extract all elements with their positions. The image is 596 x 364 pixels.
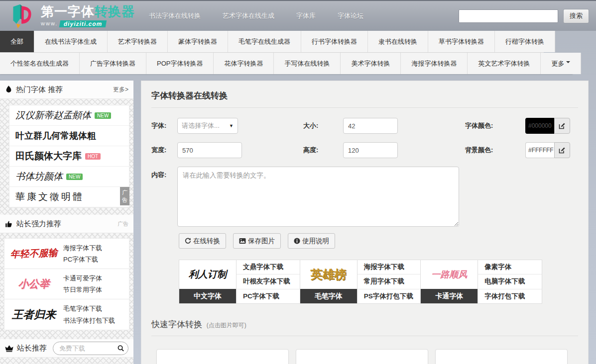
help-button[interactable]: 使用说明 [288, 233, 335, 249]
hot-font-item[interactable]: 汉仪新蒂赵孟頫体 NEW [9, 105, 129, 126]
hot-font-item[interactable]: 书体坊颜体 NEW [9, 167, 129, 187]
link-common-font-download[interactable]: 常用字体下载 [358, 274, 421, 289]
strong-recommend-title: 站长强力推荐 [16, 219, 61, 229]
logo-icon [9, 3, 36, 28]
deco-image-yilushunfeng[interactable]: 一路顺风 [421, 260, 477, 289]
info-icon [294, 238, 300, 244]
bg-color-edit-button[interactable] [554, 142, 570, 158]
category-tabs-row2: 个性签名在线生成器 广告字体转换器 POP字体转换器 花体字转换器 手写体在线转… [0, 53, 573, 74]
page-title: 字体转换器在线转换 [151, 90, 578, 108]
download-group-chinese: 利人订制 中文字体 文鼎字体下载 叶根友字体下载 PC字体下载 [179, 260, 300, 303]
link-pc-font-download[interactable]: PC字体下载 [237, 289, 300, 303]
group-label-chinese-font[interactable]: 中文字体 [179, 289, 236, 303]
link-poster-font-download[interactable]: 海报字体下载 [358, 260, 421, 274]
content-textarea[interactable] [177, 167, 459, 227]
top-nav: 书法字体在线转换 艺术字体在线生成 字体库 字体论坛 [149, 11, 363, 20]
font-color-edit-button[interactable] [554, 118, 570, 134]
bg-color-value[interactable]: #FFFFFF [525, 142, 554, 158]
search-button[interactable]: 搜索 [563, 9, 589, 23]
link-wending-download[interactable]: 文鼎字体下载 [237, 260, 300, 274]
magnifier-icon[interactable] [118, 345, 124, 352]
font-color-value[interactable]: #000000 [525, 118, 554, 134]
link-computer-font-download[interactable]: 电脑字体下载 [478, 274, 542, 289]
tab-xingshu-converter[interactable]: 行书字体转换器 [301, 31, 368, 52]
hot-fonts-more-link[interactable]: 更多> [113, 86, 128, 94]
width-input[interactable] [177, 142, 242, 158]
hot-fonts-header: 热门字体 推荐 更多> [0, 81, 133, 99]
nav-font-forum[interactable]: 字体论坛 [338, 11, 363, 20]
category-tabs-row1: 全部 在线书法字体生成 艺术字转换器 篆体字转换器 毛笔字在线生成器 行书字体转… [0, 31, 544, 53]
group-label-brush-font[interactable]: 毛笔字体 [300, 289, 357, 303]
recommend-row: 小公举 卡通可爱字体 节日常用字体 [4, 269, 129, 299]
width-label: 宽度: [151, 146, 177, 155]
tab-more-dropdown[interactable]: 更多 [541, 53, 581, 74]
link-calligraphy-pack-download[interactable]: 书法字体打包下载 [63, 315, 115, 326]
link-poster-font-download[interactable]: 海报字体下载 [63, 242, 102, 254]
tab-handwriting-convert[interactable]: 手写体在线转换 [274, 53, 341, 74]
tab-xingkai-convert[interactable]: 行楷字体转换 [495, 31, 555, 52]
download-group-cartoon: 一路顺风 卡通字体 像素字体 电脑字体下载 字体打包下载 [421, 260, 542, 303]
hot-font-item[interactable]: 華康文徵明體 [9, 187, 129, 207]
deco-image-lirendingzhi[interactable]: 利人订制 [179, 260, 236, 289]
link-yegenyou-download[interactable]: 叶根友字体下载 [237, 274, 300, 289]
webmaster-recommend-title: 站长推荐 [17, 344, 47, 353]
tab-english-art-convert[interactable]: 英文艺术字体转换 [468, 53, 541, 74]
refresh-icon [185, 238, 191, 244]
height-input[interactable] [343, 142, 398, 158]
height-label: 高度: [303, 146, 343, 155]
link-brush-font-download[interactable]: 毛笔字体下载 [63, 303, 115, 314]
action-buttons: 在线转换 保存图片 使用说明 [179, 233, 578, 249]
quick-card-wangxizhi[interactable]: 王羲之書法字體 [435, 349, 568, 364]
nav-font-library[interactable]: 字体库 [296, 11, 316, 20]
group-label-cartoon-font[interactable]: 卡通字体 [421, 289, 477, 303]
deco-image-xiaogongju[interactable]: 小公举 [4, 277, 63, 291]
tab-caoshu-converter[interactable]: 草书字体转换器 [428, 31, 495, 52]
tab-flower-converter[interactable]: 花体字转换器 [214, 53, 274, 74]
tab-lishu-convert[interactable]: 隶书在线转换 [368, 31, 428, 52]
hot-badge: HOT [85, 153, 101, 160]
crown-icon [5, 345, 13, 352]
font-select[interactable]: 请选择字体... ▼ [177, 118, 238, 134]
link-cartoon-cute-font[interactable]: 卡通可爱字体 [63, 273, 102, 284]
flame-icon [5, 86, 12, 94]
deco-image-nianqing[interactable]: 年轻不服输 [4, 246, 64, 261]
size-input[interactable] [343, 118, 398, 134]
tab-artistic-convert[interactable]: 美术字体转换 [341, 53, 401, 74]
tab-ad-font-converter[interactable]: 广告字体转换器 [80, 53, 146, 74]
free-download-search-input[interactable] [59, 345, 118, 352]
tab-online-calligraphy[interactable]: 在线书法字体生成 [34, 31, 108, 52]
tab-signature-generator[interactable]: 个性签名在线生成器 [0, 53, 80, 74]
hot-font-item[interactable]: 叶立群几何常规体粗 [9, 126, 129, 146]
link-ps-font-pack-download[interactable]: PS字体打包下载 [358, 289, 421, 303]
link-font-pack-download[interactable]: 字体打包下载 [478, 289, 542, 303]
tab-seal-converter[interactable]: 篆体字转换器 [168, 31, 228, 52]
link-festival-font[interactable]: 节日常用字体 [63, 284, 102, 295]
deco-image-wangzhe[interactable]: 王者归来 [4, 307, 63, 322]
select-caret-icon: ▼ [229, 123, 234, 128]
sidebar-search [53, 342, 128, 355]
link-pixel-font[interactable]: 像素字体 [478, 260, 542, 274]
link-pc-font-download[interactable]: PC字体下载 [63, 254, 102, 265]
deco-image-yingxiongbang[interactable]: 英雄榜 [300, 260, 357, 289]
webmaster-recommend-header: 站长推荐 [0, 339, 133, 358]
image-icon [239, 238, 246, 244]
tab-all[interactable]: 全部 [0, 31, 34, 52]
nav-art-font-generate[interactable]: 艺术字体在线生成 [223, 11, 274, 20]
tab-pop-converter[interactable]: POP字体转换器 [146, 53, 214, 74]
new-badge: NEW [66, 174, 83, 180]
site-logo[interactable]: 第一字体转换器 www. diyiziti.com [9, 3, 135, 28]
size-label: 大小: [303, 121, 343, 130]
tab-poster-converter[interactable]: 海报字体转换器 [401, 53, 468, 74]
tab-brush-generator[interactable]: 毛笔字在线生成器 [228, 31, 301, 52]
tab-art-converter[interactable]: 艺术字转换器 [108, 31, 168, 52]
nav-calligraphy-convert[interactable]: 书法字体在线转换 [149, 11, 201, 20]
save-image-button[interactable]: 保存图片 [233, 233, 281, 249]
convert-button[interactable]: 在线转换 [179, 233, 226, 249]
hot-fonts-title: 热门字体 推荐 [16, 85, 63, 94]
quick-card-brush-sign[interactable]: 毛笔招牌字体 [296, 349, 428, 364]
quick-convert-title: 快速字体转换 [151, 320, 202, 329]
quick-card-movie-poster[interactable]: 电影海报字体 [156, 349, 289, 364]
search-input[interactable] [459, 9, 558, 23]
hot-font-item[interactable]: 田氏颜体大字库 HOT [9, 146, 129, 167]
content-label: 内容: [151, 171, 177, 180]
